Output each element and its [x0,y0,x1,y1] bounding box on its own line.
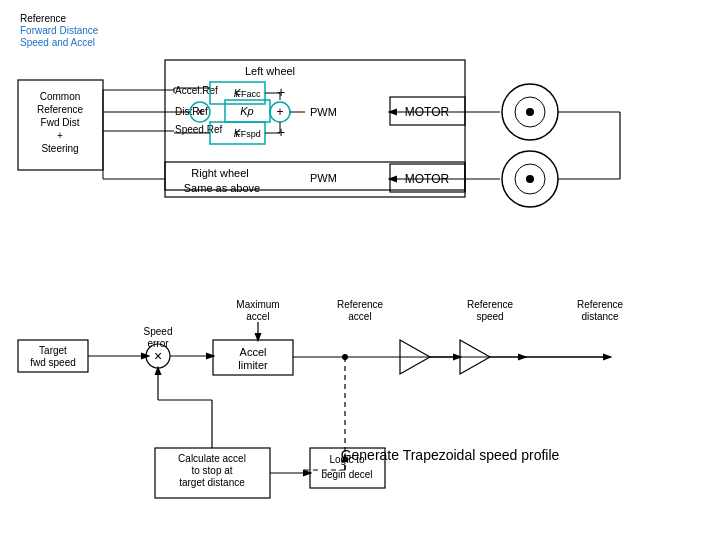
logic-decel-label2: begin decel [321,469,372,480]
max-accel-label2: accel [246,311,269,322]
ref-dist-label1: Reference [577,299,624,310]
kp-label: Kp [240,105,253,117]
multiply1: × [196,105,203,119]
pwm1-label: PWM [310,106,337,118]
calc-accel-label1: Calculate accel [178,453,246,464]
ref-accel-label2: accel [348,311,371,322]
svg-point-25 [526,175,534,183]
accel-limiter-label2: limiter [238,359,268,371]
pwm2-label: PWM [310,172,337,184]
ref-dist-label2: distance [581,311,619,322]
ref-forward-label: Reference [20,13,67,24]
ref-speed-label1: Reference [467,299,514,310]
bottom-sum-circle: × [154,348,162,364]
left-wheel-label: Left wheel [245,65,295,77]
plus3: + [277,124,285,140]
accel-ref-label: Accel.Ref [175,85,218,96]
calc-accel-label2: to stop at [191,465,232,476]
ref-speed-label2: speed [476,311,503,322]
common-ref-label3: Fwd Dist [41,117,80,128]
target-fwd-label1: Target [39,345,67,356]
motor2-label: MOTOR [405,172,450,186]
common-ref-label2: Reference [37,104,84,115]
motor1-label: MOTOR [405,105,450,119]
common-ref-plus: + [57,130,63,141]
max-accel-label1: Maximum [236,299,279,310]
plus1: + [277,84,285,100]
speed-error-label: Speed [144,326,173,337]
accel-limiter-label1: Accel [240,346,267,358]
common-ref-label4: Steering [41,143,78,154]
ref-forward-label3: Speed and Accel [20,37,95,48]
generate-label: Generate Trapezoidal speed profile [341,447,560,463]
ref-forward-label2: Forward Distance [20,25,99,36]
ref-accel-label1: Reference [337,299,384,310]
plus2-circle: + [276,105,283,119]
kffspd-sub: FFspd [235,129,261,139]
same-as-above-label: Same as above [184,182,260,194]
svg-point-10 [526,108,534,116]
calc-accel-label3: target distance [179,477,245,488]
common-ref-label1: Common [40,91,81,102]
target-fwd-label2: fwd speed [30,357,76,368]
kffacc-sub: FFacc [235,89,261,99]
right-wheel-label: Right wheel [191,167,248,179]
